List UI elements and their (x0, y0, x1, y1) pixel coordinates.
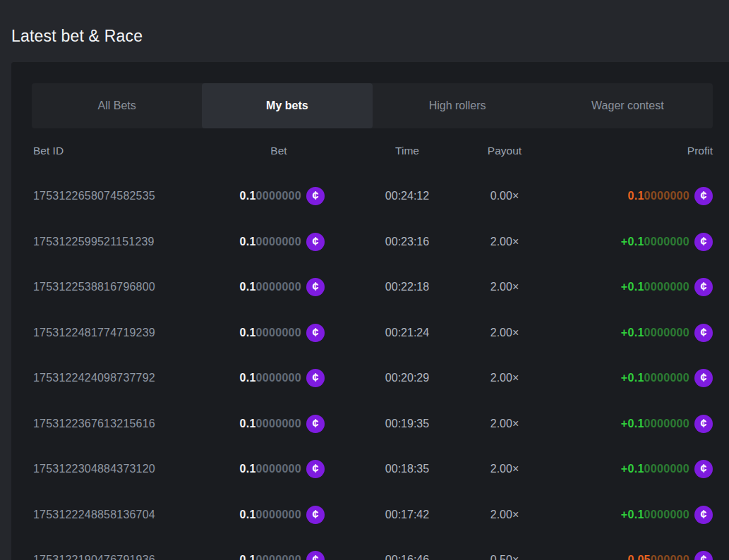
coin-icon: ¢ (694, 278, 713, 296)
bet-payout: 0.00× (455, 174, 554, 219)
bet-amount-value: 0.10000000 (239, 236, 301, 248)
bet-payout: 0.50× (455, 537, 554, 560)
bet-profit: +0.10000000 ¢ (621, 310, 713, 356)
coin-icon: ¢ (694, 187, 713, 205)
bet-profit-value: +0.10000000 (621, 372, 689, 384)
bet-payout: 2.00× (455, 310, 554, 356)
coin-icon: ¢ (306, 369, 325, 387)
bet-amount: 0.10000000 ¢ (32, 446, 325, 492)
bet-profit: 0.10000000 ¢ (627, 174, 713, 219)
bet-profit-value: 0.10000000 (627, 190, 689, 202)
bet-amount: 0.10000000 ¢ (32, 310, 325, 356)
table-row[interactable]: 1753122424098737792 0.10000000 ¢ 00:20:2… (32, 355, 713, 401)
bet-profit-value: +0.10000000 (621, 463, 689, 475)
tab-high-rollers[interactable]: High rollers (373, 83, 543, 128)
bet-payout: 2.00× (455, 492, 554, 538)
bet-amount: 0.10000000 ¢ (32, 401, 325, 447)
bet-amount-value: 0.10000000 (239, 190, 301, 202)
bet-amount-value: 0.10000000 (239, 281, 301, 293)
coin-icon: ¢ (306, 415, 325, 433)
coin-icon: ¢ (306, 506, 325, 524)
bet-payout: 2.00× (455, 355, 554, 401)
coin-icon: ¢ (306, 187, 325, 205)
bet-amount-value: 0.10000000 (239, 327, 301, 339)
bet-payout: 2.00× (455, 401, 554, 447)
tab-wager-contest[interactable]: Wager contest (543, 83, 713, 128)
bet-profit-value: +0.10000000 (621, 509, 689, 521)
coin-icon: ¢ (694, 233, 713, 251)
bet-profit-value: +0.10000000 (621, 327, 689, 339)
table-row[interactable]: 1753122599521151239 0.10000000 ¢ 00:23:1… (32, 219, 713, 265)
bet-profit: +0.10000000 ¢ (621, 219, 713, 265)
table-row[interactable]: 1753122248858136704 0.10000000 ¢ 00:17:4… (32, 492, 713, 538)
bet-amount: 0.10000000 ¢ (32, 264, 325, 310)
coin-icon: ¢ (306, 233, 325, 251)
header-payout: Payout (455, 128, 554, 174)
header-profit: Profit (687, 128, 713, 174)
table-row[interactable]: 1753122367613215616 0.10000000 ¢ 00:19:3… (32, 401, 713, 447)
coin-icon: ¢ (694, 460, 713, 478)
bet-payout: 2.00× (455, 446, 554, 492)
bet-payout: 2.00× (455, 219, 554, 265)
table-row[interactable]: 1753122481774719239 0.10000000 ¢ 00:21:2… (32, 310, 713, 356)
tab-my-bets[interactable]: My bets (202, 83, 372, 128)
bet-amount-value: 0.10000000 (239, 509, 301, 521)
bet-profit-value: +0.10000000 (621, 236, 689, 248)
bet-amount: 0.10000000 ¢ (32, 355, 325, 401)
bet-amount: 0.10000000 ¢ (32, 537, 325, 560)
coin-icon: ¢ (306, 324, 325, 342)
coin-icon: ¢ (306, 460, 325, 478)
bet-profit: +0.10000000 ¢ (621, 446, 713, 492)
bets-tabbar: All Bets My bets High rollers Wager cont… (32, 83, 713, 128)
bet-amount-value: 0.10000000 (239, 463, 301, 475)
header-bet-id: Bet ID (33, 128, 64, 174)
coin-icon: ¢ (694, 369, 713, 387)
table-row[interactable]: 1753122538816796800 0.10000000 ¢ 00:22:1… (32, 264, 713, 310)
bet-amount-value: 0.10000000 (239, 554, 301, 560)
bet-profit-value: +0.10000000 (621, 281, 689, 293)
table-row[interactable]: 1753122658074582535 0.10000000 ¢ 00:24:1… (32, 174, 713, 219)
coin-icon: ¢ (694, 506, 713, 524)
coin-icon: ¢ (694, 324, 713, 342)
table-row[interactable]: 1753122190476791936 0.10000000 ¢ 00:16:4… (32, 537, 713, 560)
header-bet: Bet (233, 128, 325, 174)
bet-amount: 0.10000000 ¢ (32, 219, 325, 265)
coin-icon: ¢ (306, 278, 325, 296)
bets-table-header: Bet ID Bet Time Payout Profit (32, 128, 713, 174)
coin-icon: ¢ (694, 415, 713, 433)
coin-icon: ¢ (306, 551, 325, 560)
tab-all-bets[interactable]: All Bets (32, 83, 202, 128)
bet-amount: 0.10000000 ¢ (32, 492, 325, 538)
bet-profit: +0.10000000 ¢ (621, 264, 713, 310)
bet-profit: +0.10000000 ¢ (621, 401, 713, 447)
bet-profit: +0.10000000 ¢ (621, 492, 713, 538)
bet-profit: +0.10000000 ¢ (621, 355, 713, 401)
bet-amount-value: 0.10000000 (239, 372, 301, 384)
coin-icon: ¢ (694, 551, 713, 560)
bets-table-body: 1753122658074582535 0.10000000 ¢ 00:24:1… (32, 174, 713, 560)
bet-profit: 0.05000000 ¢ (627, 537, 713, 560)
bet-profit-value: +0.10000000 (621, 418, 689, 430)
page-title: Latest bet & Race (11, 27, 143, 46)
bets-table: Bet ID Bet Time Payout Profit 1753122658… (32, 128, 713, 560)
bet-amount: 0.10000000 ¢ (32, 174, 325, 219)
bet-payout: 2.00× (455, 264, 554, 310)
table-row[interactable]: 1753122304884373120 0.10000000 ¢ 00:18:3… (32, 446, 713, 492)
bet-amount-value: 0.10000000 (239, 418, 301, 430)
latest-bets-panel: All Bets My bets High rollers Wager cont… (11, 62, 729, 560)
bet-profit-value: 0.05000000 (627, 554, 689, 560)
